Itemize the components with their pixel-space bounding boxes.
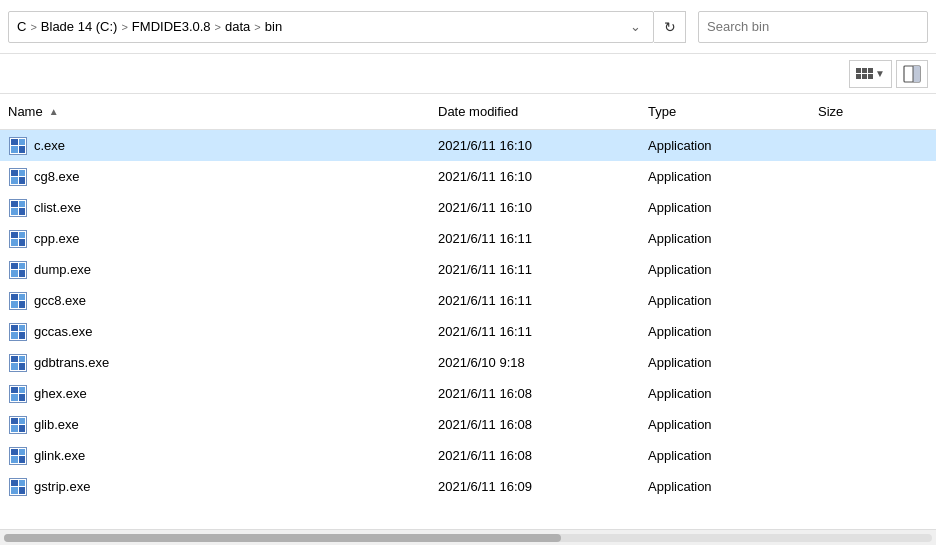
sep4: > [254,21,260,33]
col-date-label: Date modified [438,104,518,119]
file-type: Application [648,262,818,277]
table-row[interactable]: cg8.exe 2021/6/11 16:10 Application [0,161,936,192]
svg-rect-1 [913,66,920,82]
file-date: 2021/6/11 16:10 [438,200,648,215]
file-icon [8,353,28,373]
file-type: Application [648,386,818,401]
exe-icon [9,354,27,372]
file-type: Application [648,448,818,463]
breadcrumb-dropdown-icon[interactable]: ⌄ [626,19,645,34]
breadcrumb: C > Blade 14 (C:) > FMDIDE3.0.8 > data >… [17,19,626,34]
table-row[interactable]: dump.exe 2021/6/11 16:11 Application [0,254,936,285]
breadcrumb-fmd: FMDIDE3.0.8 [132,19,211,34]
exe-icon [9,478,27,496]
search-box[interactable] [698,11,928,43]
exe-icon [9,261,27,279]
file-name: gccas.exe [34,324,438,339]
exe-icon [9,447,27,465]
sep3: > [215,21,221,33]
file-name: gcc8.exe [34,293,438,308]
file-date: 2021/6/11 16:10 [438,138,648,153]
file-icon [8,477,28,497]
file-date: 2021/6/11 16:11 [438,231,648,246]
file-list: c.exe 2021/6/11 16:10 Application cg8.ex… [0,130,936,529]
table-row[interactable]: cpp.exe 2021/6/11 16:11 Application [0,223,936,254]
col-header-name[interactable]: Name ▲ [8,104,438,119]
file-name: gstrip.exe [34,479,438,494]
file-type: Application [648,169,818,184]
col-size-label: Size [818,104,843,119]
refresh-button[interactable]: ↻ [654,11,686,43]
file-date: 2021/6/11 16:11 [438,293,648,308]
address-bar[interactable]: C > Blade 14 (C:) > FMDIDE3.0.8 > data >… [8,11,654,43]
file-type: Application [648,479,818,494]
file-name: gdbtrans.exe [34,355,438,370]
file-name: glib.exe [34,417,438,432]
scrollbar-thumb[interactable] [4,534,561,542]
file-icon [8,167,28,187]
breadcrumb-bin: bin [265,19,282,34]
exe-icon [9,137,27,155]
file-date: 2021/6/10 9:18 [438,355,648,370]
column-headers: Name ▲ Date modified Type Size [0,94,936,130]
breadcrumb-data: data [225,19,250,34]
file-type: Application [648,324,818,339]
exe-icon [9,385,27,403]
toolbar: ▼ [0,54,936,94]
file-icon [8,136,28,156]
table-row[interactable]: gstrip.exe 2021/6/11 16:09 Application [0,471,936,502]
file-icon [8,229,28,249]
file-date: 2021/6/11 16:10 [438,169,648,184]
preview-pane-button[interactable] [896,60,928,88]
col-header-size[interactable]: Size [818,104,843,119]
col-type-label: Type [648,104,676,119]
file-type: Application [648,200,818,215]
file-date: 2021/6/11 16:09 [438,479,648,494]
file-icon [8,384,28,404]
table-row[interactable]: gcc8.exe 2021/6/11 16:11 Application [0,285,936,316]
search-input[interactable] [707,19,919,34]
col-name-label: Name [8,104,43,119]
view-options-button[interactable]: ▼ [849,60,892,88]
file-type: Application [648,417,818,432]
exe-icon [9,168,27,186]
file-date: 2021/6/11 16:08 [438,448,648,463]
col-header-date[interactable]: Date modified [438,104,648,119]
table-row[interactable]: gccas.exe 2021/6/11 16:11 Application [0,316,936,347]
table-row[interactable]: ghex.exe 2021/6/11 16:08 Application [0,378,936,409]
file-date: 2021/6/11 16:08 [438,417,648,432]
file-date: 2021/6/11 16:11 [438,262,648,277]
file-type: Application [648,293,818,308]
file-name: dump.exe [34,262,438,277]
file-name: cg8.exe [34,169,438,184]
sep1: > [30,21,36,33]
horizontal-scrollbar[interactable] [0,529,936,545]
file-icon [8,260,28,280]
file-type: Application [648,231,818,246]
grid-view-icon [856,68,873,79]
table-row[interactable]: clist.exe 2021/6/11 16:10 Application [0,192,936,223]
file-icon [8,291,28,311]
exe-icon [9,292,27,310]
file-icon [8,198,28,218]
col-header-type[interactable]: Type [648,104,818,119]
table-row[interactable]: glink.exe 2021/6/11 16:08 Application [0,440,936,471]
refresh-icon: ↻ [664,19,676,35]
exe-icon [9,323,27,341]
file-date: 2021/6/11 16:11 [438,324,648,339]
sort-up-icon: ▲ [49,106,59,117]
scrollbar-track[interactable] [4,534,932,542]
exe-icon [9,230,27,248]
file-name: cpp.exe [34,231,438,246]
exe-icon [9,416,27,434]
file-name: glink.exe [34,448,438,463]
file-name: clist.exe [34,200,438,215]
file-icon [8,446,28,466]
file-name: ghex.exe [34,386,438,401]
table-row[interactable]: c.exe 2021/6/11 16:10 Application [0,130,936,161]
table-row[interactable]: gdbtrans.exe 2021/6/10 9:18 Application [0,347,936,378]
file-name: c.exe [34,138,438,153]
file-type: Application [648,355,818,370]
file-type: Application [648,138,818,153]
table-row[interactable]: glib.exe 2021/6/11 16:08 Application [0,409,936,440]
